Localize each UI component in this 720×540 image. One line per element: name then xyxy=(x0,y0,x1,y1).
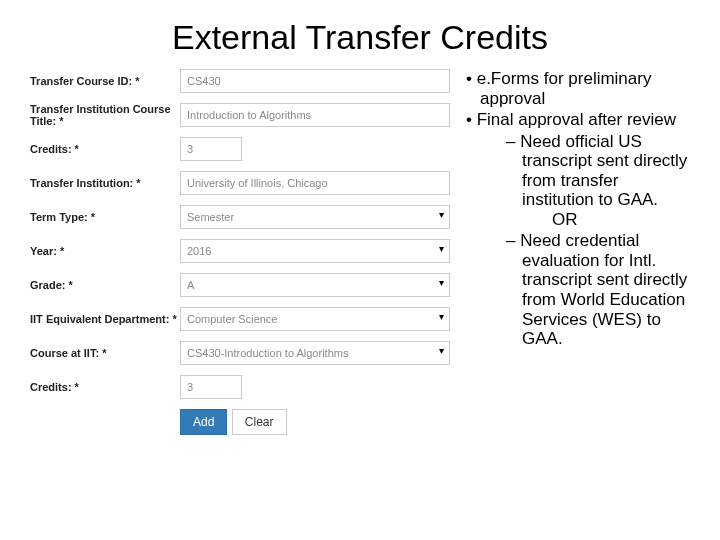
iit-course-label: Course at IIT: xyxy=(30,347,180,359)
form-screenshot: Transfer Course ID:Transfer Institution … xyxy=(30,69,450,435)
add-button[interactable]: Add xyxy=(180,409,227,435)
grade-label: Grade: xyxy=(30,279,180,291)
sub-bullet-1: Need official US transcript sent directl… xyxy=(506,132,690,230)
slide-title: External Transfer Credits xyxy=(30,18,690,57)
year-label: Year: xyxy=(30,245,180,257)
clear-button[interactable]: Clear xyxy=(232,409,287,435)
transfer-course-id-input[interactable] xyxy=(180,69,450,93)
sub-bullet-2: Need credential evaluation for Intl. tra… xyxy=(506,231,690,348)
transfer-institution-label: Transfer Institution: xyxy=(30,177,180,189)
bullet-2: Final approval after review Need officia… xyxy=(466,110,690,349)
transfer-institution-input[interactable] xyxy=(180,171,450,195)
bullet-1: e.Forms for preliminary approval xyxy=(466,69,690,108)
transfer-course-title-label: Transfer Institution Course Title: xyxy=(30,103,180,127)
transfer-credits-input[interactable] xyxy=(180,137,242,161)
transfer-course-id-label: Transfer Course ID: xyxy=(30,75,180,87)
iit-credits-label: Credits: xyxy=(30,381,180,393)
bullet-text: e.Forms for preliminary approval Final a… xyxy=(466,69,690,435)
iit-department-label: IIT Equivalent Department: xyxy=(30,313,180,325)
iit-credits-input[interactable] xyxy=(180,375,242,399)
transfer-credits-label: Credits: xyxy=(30,143,180,155)
year-select[interactable]: 2016 xyxy=(180,239,450,263)
iit-course-select[interactable]: CS430-Introduction to Algorithms xyxy=(180,341,450,365)
iit-department-select[interactable]: Computer Science xyxy=(180,307,450,331)
term-type-select[interactable]: Semester xyxy=(180,205,450,229)
term-type-label: Term Type: xyxy=(30,211,180,223)
transfer-course-title-input[interactable] xyxy=(180,103,450,127)
grade-select[interactable]: A xyxy=(180,273,450,297)
